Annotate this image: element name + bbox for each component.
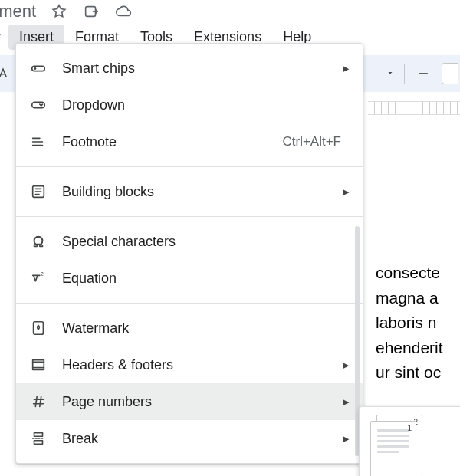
menu-headers-footers[interactable]: Headers & footers ▶: [16, 346, 363, 383]
doc-title-fragment[interactable]: ument: [0, 2, 36, 21]
menu-item-cutoff[interactable]: v: [0, 25, 8, 50]
menu-smart-chips[interactable]: Smart chips ▶: [16, 50, 363, 87]
chevron-right-icon: ▶: [343, 397, 349, 407]
menu-special-characters[interactable]: Special characters: [16, 223, 363, 260]
chevron-right-icon: ▶: [343, 64, 349, 74]
watermark-icon: [28, 318, 48, 338]
smart-chips-icon: [28, 58, 48, 78]
zoom-out-button[interactable]: [414, 64, 432, 83]
separator: [16, 166, 363, 167]
chevron-right-icon: ▶: [343, 360, 349, 370]
page-numbers-submenu: 2 1: [359, 406, 460, 476]
titlebar: ument: [0, 0, 460, 23]
omega-icon: [28, 231, 48, 251]
svg-text:2: 2: [41, 271, 44, 277]
separator: [404, 64, 405, 84]
building-blocks-icon: [28, 182, 48, 202]
insert-menu-dropdown: Smart chips ▶ Dropdown Footnote Ctrl+Alt…: [15, 43, 363, 464]
page-break-icon: [28, 428, 48, 448]
move-icon[interactable]: [82, 2, 100, 21]
svg-rect-1: [32, 66, 45, 71]
svg-point-2: [34, 67, 36, 70]
star-icon[interactable]: [50, 2, 68, 21]
menu-equation[interactable]: 2 Equation: [16, 260, 363, 297]
svg-rect-3: [32, 102, 45, 107]
chevron-right-icon: ▶: [343, 187, 349, 197]
menu-watermark[interactable]: Watermark: [16, 310, 363, 346]
ruler[interactable]: [368, 101, 460, 115]
dropdown-icon: [28, 95, 48, 115]
headers-footers-icon: [28, 355, 48, 375]
document-body-text[interactable]: consecte magna a laboris n ehenderit ur …: [376, 261, 460, 386]
cloud-status-icon[interactable]: [114, 2, 133, 21]
menu-footnote[interactable]: Footnote Ctrl+Alt+F: [16, 123, 363, 160]
chevron-down-icon[interactable]: [386, 68, 395, 80]
menu-building-blocks[interactable]: Building blocks ▶: [16, 173, 363, 210]
hash-icon: [28, 392, 48, 412]
menu-page-numbers[interactable]: Page numbers ▶: [16, 383, 363, 420]
page-number-option-top-right[interactable]: 2 1: [370, 418, 424, 476]
svg-rect-6: [34, 322, 44, 335]
separator: [16, 216, 363, 217]
footnote-icon: [28, 132, 48, 152]
menu-dropdown[interactable]: Dropdown: [16, 87, 363, 123]
svg-rect-7: [33, 360, 44, 370]
chevron-right-icon: ▶: [343, 434, 349, 444]
equation-icon: 2: [28, 268, 48, 288]
separator: [16, 303, 363, 304]
zoom-level-field[interactable]: [442, 63, 458, 84]
menu-break[interactable]: Break ▶: [16, 420, 363, 457]
